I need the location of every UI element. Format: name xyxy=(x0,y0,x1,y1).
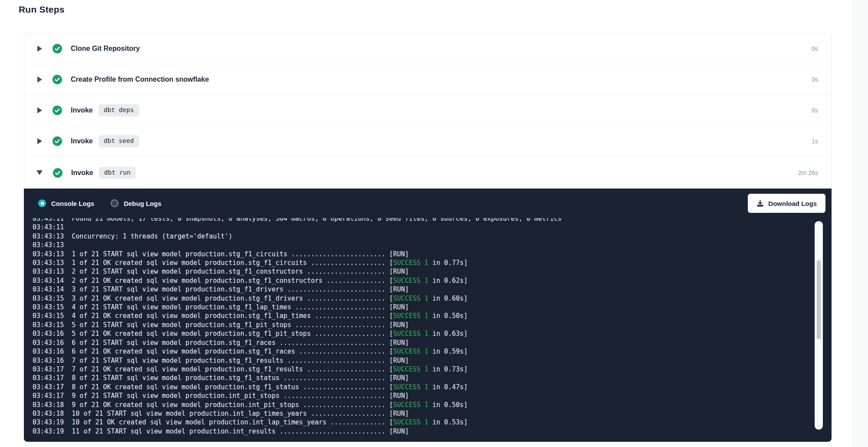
success-check-icon xyxy=(53,168,62,178)
success-check-icon xyxy=(53,75,62,84)
log-line: 03:43:17 7 of 21 OK created sql view mod… xyxy=(33,365,832,374)
page-gutter xyxy=(853,0,868,447)
radio-unselected-icon[interactable] xyxy=(111,199,118,207)
log-line: 03:43:17 8 of 21 OK created sql view mod… xyxy=(33,383,832,391)
step-label: Invoke xyxy=(71,106,93,114)
log-line: 03:43:18 9 of 21 OK created sql view mod… xyxy=(33,401,832,409)
log-line: 03:43:14 2 of 21 OK created sql view mod… xyxy=(33,276,832,285)
step-row[interactable]: Clone Git Repository 0s xyxy=(24,33,831,64)
radio-selected-icon[interactable] xyxy=(38,199,46,207)
log-success-status: SUCCESS 1 xyxy=(393,295,428,302)
log-line: 03:43:17 8 of 21 START sql view model pr… xyxy=(33,374,832,382)
log-line: 03:43:13 2 of 21 START sql view model pr… xyxy=(33,267,832,276)
log-line: 03:43:15 4 of 21 OK created sql view mod… xyxy=(33,311,832,320)
log-line: 03:43:13 1 of 21 START sql view model pr… xyxy=(33,250,832,258)
log-success-status: SUCCESS 1 xyxy=(393,312,428,320)
log-success-status: SUCCESS 1 xyxy=(393,277,428,285)
step-command-chip: dbt run xyxy=(99,167,136,179)
download-icon xyxy=(756,200,764,207)
log-line: 03:43:13 1 of 21 OK created sql view mod… xyxy=(33,258,832,267)
step-row[interactable]: Create Profile from Connection snowflake… xyxy=(24,64,831,95)
debug-logs-label: Debug Logs xyxy=(124,200,161,207)
log-scrollbar-thumb[interactable] xyxy=(817,260,821,339)
log-line: 03:43:14 3 of 21 START sql view model pr… xyxy=(33,285,832,294)
log-line: 03:43:16 6 of 21 START sql view model pr… xyxy=(33,338,832,347)
download-logs-label: Download Logs xyxy=(768,200,817,207)
step-label: Invoke xyxy=(71,137,93,145)
step-row[interactable]: Invoke dbt seed 1s xyxy=(24,126,831,156)
log-lines: 03:43:11 Found 21 models, 17 tests, 0 sn… xyxy=(33,218,832,436)
step-command-chip: dbt seed xyxy=(99,135,139,147)
step-label: Invoke xyxy=(71,169,93,177)
log-line: 03:43:16 5 of 21 OK created sql view mod… xyxy=(33,329,832,338)
log-line: 03:43:18 10 of 21 START sql view model p… xyxy=(33,409,832,418)
log-line: 03:43:13 Concurrency: 1 threads (target=… xyxy=(33,232,832,241)
log-line: 03:43:15 4 of 21 START sql view model pr… xyxy=(33,303,832,311)
log-panel: Console Logs Debug Logs Download Logs 03… xyxy=(24,189,832,442)
chevron-right-icon[interactable] xyxy=(37,107,42,113)
chevron-right-icon[interactable] xyxy=(37,46,42,52)
log-line: 03:43:11 xyxy=(33,223,832,232)
log-line: 03:43:13 xyxy=(33,241,832,249)
log-success-status: SUCCESS 1 xyxy=(393,418,428,426)
log-toolbar: Console Logs Debug Logs Download Logs xyxy=(24,189,832,218)
log-line: 03:43:15 3 of 21 OK created sql view mod… xyxy=(33,294,832,303)
run-steps-card: Clone Git Repository 0s Create Profile f… xyxy=(24,33,832,442)
log-line: 03:43:11 Found 21 models, 17 tests, 0 sn… xyxy=(33,218,832,223)
chevron-right-icon[interactable] xyxy=(37,76,42,83)
download-logs-button[interactable]: Download Logs xyxy=(748,194,825,213)
log-line: 03:43:16 6 of 21 OK created sql view mod… xyxy=(33,347,832,356)
success-check-icon xyxy=(53,44,62,53)
log-success-status: SUCCESS 1 xyxy=(393,348,428,355)
step-label: Create Profile from Connection snowflake xyxy=(71,76,209,83)
chevron-down-icon[interactable] xyxy=(36,170,43,175)
log-line: 03:43:17 9 of 21 START sql view model pr… xyxy=(33,391,832,400)
log-line: 03:43:16 7 of 21 START sql view model pr… xyxy=(33,356,832,365)
log-line: 03:43:19 10 of 21 OK created sql view mo… xyxy=(33,418,832,427)
next-card-top-edge xyxy=(24,444,832,447)
step-command-chip: dbt deps xyxy=(99,104,139,116)
log-success-status: SUCCESS 1 xyxy=(393,330,428,338)
log-success-status: SUCCESS 1 xyxy=(393,365,428,373)
step-row[interactable]: Invoke dbt run 2m 26s xyxy=(24,156,831,189)
console-logs-radio[interactable]: Console Logs xyxy=(38,199,94,207)
success-check-icon xyxy=(53,136,62,146)
debug-logs-radio[interactable]: Debug Logs xyxy=(111,199,161,207)
step-duration: 1s xyxy=(812,138,818,145)
steps-list: Clone Git Repository 0s Create Profile f… xyxy=(24,33,831,189)
chevron-right-icon[interactable] xyxy=(37,138,42,144)
console-log-output[interactable]: 03:43:11 Found 21 models, 17 tests, 0 sn… xyxy=(33,218,832,442)
step-duration: 0s xyxy=(812,76,818,83)
console-logs-label: Console Logs xyxy=(51,200,94,207)
step-duration: 0s xyxy=(812,45,818,52)
log-success-status: SUCCESS 1 xyxy=(393,383,428,391)
log-line: 03:43:19 11 of 21 START sql view model p… xyxy=(33,427,832,436)
log-scrollbar[interactable] xyxy=(815,221,823,430)
log-success-status: SUCCESS 1 xyxy=(393,259,428,267)
log-line: 03:43:15 5 of 21 START sql view model pr… xyxy=(33,321,832,329)
step-row[interactable]: Invoke dbt deps 0s xyxy=(24,95,831,126)
page-title: Run Steps xyxy=(19,4,65,15)
success-check-icon xyxy=(53,106,62,115)
step-duration: 2m 26s xyxy=(798,169,818,176)
step-label: Clone Git Repository xyxy=(71,45,140,53)
step-duration: 0s xyxy=(812,107,818,114)
log-success-status: SUCCESS 1 xyxy=(393,401,428,409)
